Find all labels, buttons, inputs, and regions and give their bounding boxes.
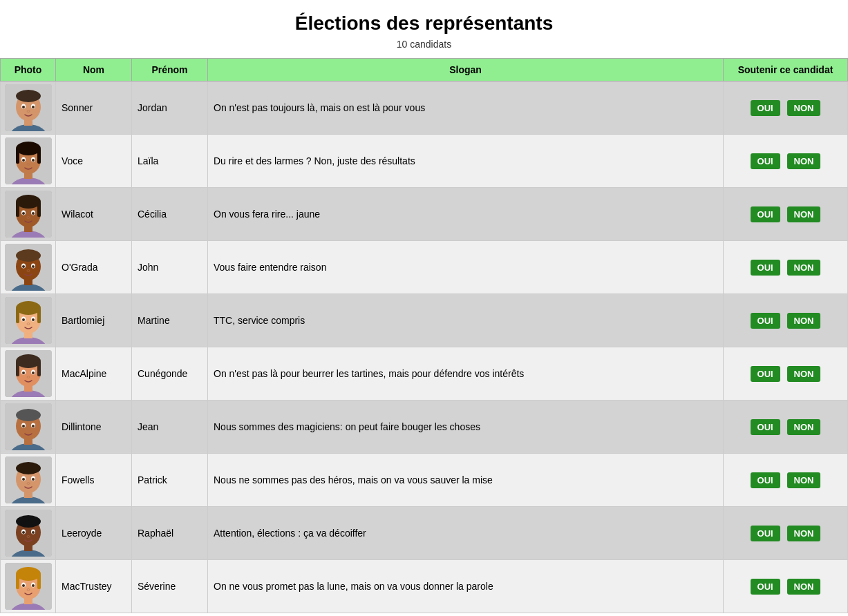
svg-point-22	[32, 159, 35, 162]
svg-point-95	[27, 483, 30, 485]
svg-point-84	[27, 430, 30, 432]
non-button[interactable]: NON	[787, 313, 821, 329]
oui-button[interactable]: OUI	[751, 526, 780, 541]
candidate-actions: OUI NON	[724, 135, 848, 188]
svg-point-29	[16, 195, 41, 209]
candidate-photo-cell	[1, 135, 56, 188]
svg-point-59	[32, 318, 35, 321]
non-button[interactable]: NON	[787, 260, 821, 276]
candidate-slogan: On n'est pas toujours là, mais on est là…	[208, 81, 724, 135]
candidate-nom: Voce	[56, 135, 132, 188]
candidate-photo-cell	[1, 294, 56, 347]
candidate-photo-cell	[1, 507, 56, 560]
candidate-actions: OUI NON	[724, 507, 848, 560]
candidate-slogan: Nous ne sommes pas des héros, mais on va…	[208, 454, 724, 507]
candidate-slogan: TTC, service compris	[208, 294, 724, 347]
svg-rect-113	[16, 574, 19, 589]
svg-point-93	[22, 478, 25, 481]
oui-button[interactable]: OUI	[751, 100, 780, 116]
oui-button[interactable]: OUI	[751, 206, 780, 222]
non-button[interactable]: NON	[787, 419, 821, 435]
svg-point-119	[27, 589, 30, 591]
col-header-photo: Photo	[1, 59, 56, 81]
candidate-photo	[5, 456, 52, 503]
table-row: Sonner Jordan On n'est pas toujours là, …	[1, 81, 848, 135]
oui-button[interactable]: OUI	[751, 419, 780, 435]
oui-button[interactable]: OUI	[751, 579, 780, 595]
candidate-photo	[5, 191, 52, 238]
candidate-prenom: Laïla	[132, 135, 208, 188]
table-row: MacTrustey Séverine On ne vous promet pa…	[1, 560, 848, 613]
non-button[interactable]: NON	[787, 526, 821, 541]
svg-point-23	[27, 164, 30, 166]
table-row: Bartlomiej Martine TTC, service compris …	[1, 294, 848, 347]
oui-button[interactable]: OUI	[751, 153, 780, 169]
candidate-nom: Sonner	[56, 81, 132, 135]
candidate-prenom: Jean	[132, 401, 208, 454]
subtitle: 10 candidats	[0, 39, 848, 50]
svg-point-83	[32, 425, 35, 427]
candidate-photo	[5, 297, 52, 344]
non-button[interactable]: NON	[787, 206, 821, 222]
col-header-prenom: Prénom	[132, 59, 208, 81]
candidate-actions: OUI NON	[724, 294, 848, 347]
candidate-nom: MacTrustey	[56, 560, 132, 613]
svg-point-112	[16, 567, 41, 581]
candidate-photo	[5, 403, 52, 450]
table-row: Leeroyde Raphaël Attention, élections : …	[1, 507, 848, 560]
svg-point-5	[16, 90, 41, 102]
svg-point-10	[27, 110, 30, 113]
non-button[interactable]: NON	[787, 472, 821, 488]
candidate-slogan: Vous faire entendre raison	[208, 241, 724, 294]
svg-point-117	[22, 584, 25, 587]
candidate-photo-cell	[1, 241, 56, 294]
svg-point-101	[16, 515, 41, 528]
oui-button[interactable]: OUI	[751, 313, 780, 329]
candidate-prenom: Cécilia	[132, 188, 208, 241]
candidates-table: Photo Nom Prénom Slogan Soutenir ce cand…	[0, 58, 848, 613]
non-button[interactable]: NON	[787, 579, 821, 595]
oui-button[interactable]: OUI	[751, 366, 780, 382]
candidate-nom: Leeroyde	[56, 507, 132, 560]
svg-point-94	[32, 478, 35, 481]
non-button[interactable]: NON	[787, 100, 821, 116]
svg-rect-54	[16, 308, 19, 323]
oui-button[interactable]: OUI	[751, 260, 780, 276]
candidate-actions: OUI NON	[724, 347, 848, 401]
col-header-slogan: Slogan	[208, 59, 724, 81]
table-row: MacAlpine Cunégonde On n'est pas là pour…	[1, 347, 848, 401]
svg-point-105	[32, 531, 35, 534]
candidate-prenom: Séverine	[132, 560, 208, 613]
candidate-nom: MacAlpine	[56, 347, 132, 401]
candidate-photo	[5, 563, 52, 610]
candidate-slogan: On ne vous promet pas la lune, mais on v…	[208, 560, 724, 613]
candidate-nom: O'Grada	[56, 241, 132, 294]
candidate-slogan: Du rire et des larmes ? Non, juste des r…	[208, 135, 724, 188]
candidate-photo-cell	[1, 401, 56, 454]
candidate-prenom: Patrick	[132, 454, 208, 507]
svg-rect-30	[16, 202, 19, 217]
candidate-photo-cell	[1, 81, 56, 135]
table-row: O'Grada John Vous faire entendre raison …	[1, 241, 848, 294]
svg-point-82	[22, 425, 25, 427]
svg-rect-67	[16, 361, 19, 376]
candidate-photo-cell	[1, 188, 56, 241]
oui-button[interactable]: OUI	[751, 472, 780, 488]
svg-point-58	[22, 318, 25, 321]
svg-point-71	[22, 372, 25, 374]
non-button[interactable]: NON	[787, 366, 821, 382]
candidate-actions: OUI NON	[724, 81, 848, 135]
svg-point-53	[16, 301, 41, 315]
svg-point-66	[16, 354, 41, 368]
candidate-nom: Fowells	[56, 454, 132, 507]
candidate-photo	[5, 84, 52, 131]
svg-point-9	[32, 106, 35, 108]
svg-point-79	[16, 409, 41, 421]
svg-rect-31	[37, 202, 41, 217]
table-row: Dillintone Jean Nous sommes des magicien…	[1, 401, 848, 454]
candidate-prenom: Cunégonde	[132, 347, 208, 401]
non-button[interactable]: NON	[787, 153, 821, 169]
candidate-nom: Wilacot	[56, 188, 132, 241]
candidate-actions: OUI NON	[724, 188, 848, 241]
svg-point-45	[22, 265, 25, 268]
